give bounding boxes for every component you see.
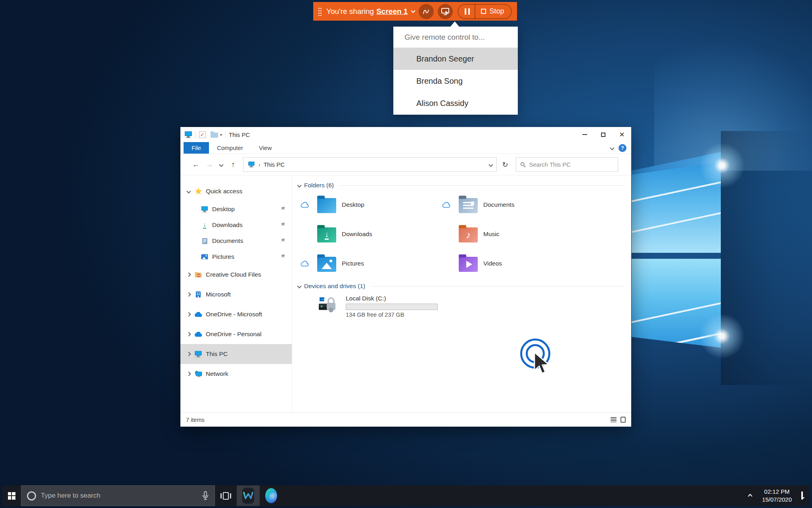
sidebar-item-microsoft[interactable]: Microsoft [180, 285, 292, 304]
address-dropdown-chevron[interactable] [488, 162, 493, 167]
folder-tile-downloads[interactable]: ↓ Downloads [298, 219, 439, 249]
folder-tile-videos[interactable]: Videos [439, 249, 581, 278]
sharing-target-link[interactable]: Screen 1 [376, 7, 408, 16]
item-count: 7 items [186, 417, 205, 423]
collapse-section-chevron[interactable] [297, 284, 301, 288]
clock-date: 15/07/2020 [762, 496, 792, 504]
screen: You're sharing Screen 1 Stop Give r [0, 0, 812, 508]
taskbar-search-input[interactable] [41, 492, 197, 500]
onedrive-status-icon [301, 202, 309, 208]
folder-tile-pictures[interactable]: Pictures [298, 249, 439, 278]
menu-pointer-triangle [450, 21, 459, 27]
sidebar-item-this-pc[interactable]: This PC [180, 344, 292, 364]
menu-item-participant[interactable]: Brenda Song [393, 70, 518, 92]
back-button[interactable]: ← [189, 160, 203, 169]
pin-icon [280, 253, 285, 260]
sidebar-item-onedrive-microsoft[interactable]: OneDrive - Microsoft [180, 304, 292, 324]
pause-sharing-button[interactable] [460, 5, 475, 18]
chevron-right-icon[interactable] [184, 273, 193, 276]
chevron-right-icon[interactable] [184, 293, 193, 296]
sidebar-item-downloads[interactable]: ↓ Downloads [180, 217, 292, 233]
sidebar-item-quick-access[interactable]: Quick access [180, 181, 292, 201]
start-button[interactable] [2, 485, 21, 506]
up-button[interactable]: ↑ [226, 160, 240, 169]
chevron-right-icon[interactable] [184, 372, 193, 375]
breadcrumb[interactable]: This PC [264, 161, 285, 168]
section-title: Devices and drives (1) [304, 283, 365, 290]
chevron-down-icon[interactable] [411, 8, 416, 13]
window-controls: ✕ [575, 127, 631, 142]
folders-section-header[interactable]: Folders (6) [298, 181, 624, 190]
collapse-section-chevron[interactable] [297, 183, 301, 187]
titlebar-separator [225, 131, 226, 138]
windows-logo-icon [8, 492, 15, 500]
sidebar-item-network[interactable]: Network [180, 364, 292, 384]
annotate-button[interactable] [419, 4, 434, 19]
sidebar-item-documents[interactable]: Documents [180, 233, 292, 249]
tab-file[interactable]: File [184, 142, 209, 154]
recent-locations-chevron[interactable] [216, 162, 226, 167]
sidebar-item-pictures[interactable]: Pictures [180, 249, 292, 265]
folder-tile-music[interactable]: ♪ Music [439, 219, 581, 249]
microphone-icon[interactable] [202, 491, 209, 500]
task-view-button[interactable] [215, 485, 237, 506]
new-folder-quick-icon[interactable] [211, 133, 218, 138]
documents-icon [199, 238, 210, 244]
cortana-icon [27, 491, 36, 500]
sidebar-item-label: This PC [206, 350, 228, 358]
folder-icon: ↓ [317, 227, 336, 242]
properties-quick-icon[interactable]: ✓ [199, 131, 206, 138]
collapse-ribbon-chevron[interactable] [610, 146, 614, 150]
taskbar-clock[interactable]: 02:12 PM 15/07/2020 [758, 488, 796, 504]
onedrive-icon [193, 312, 203, 317]
menu-item-participant[interactable]: Alison Cassidy [393, 92, 518, 114]
folder-icon [317, 257, 336, 272]
refresh-button[interactable]: ↻ [497, 160, 513, 169]
folder-tile-desktop[interactable]: Desktop [298, 190, 439, 219]
chevron-right-icon[interactable] [184, 333, 193, 336]
remote-control-button[interactable] [438, 4, 453, 19]
sidebar-item-onedrive-personal[interactable]: OneDrive - Personal [180, 324, 292, 344]
pin-icon [280, 221, 285, 229]
sidebar-item-label: Downloads [212, 221, 243, 229]
desktop-icon [199, 206, 210, 213]
tab-view[interactable]: View [251, 142, 280, 154]
search-input[interactable] [529, 161, 614, 168]
maximize-button[interactable] [594, 127, 613, 142]
large-icons-view-button[interactable] [620, 417, 626, 423]
folder-name: Music [483, 231, 499, 238]
pictures-icon [199, 254, 210, 260]
address-bar[interactable]: › This PC [243, 157, 497, 172]
show-hidden-icons-chevron[interactable] [742, 492, 758, 499]
sidebar-item-label: Network [206, 370, 228, 377]
help-icon[interactable]: ? [619, 144, 626, 152]
screen-sharing-bar: You're sharing Screen 1 Stop [313, 2, 517, 21]
taskbar-app-edge[interactable] [260, 485, 283, 506]
devices-section-header[interactable]: Devices and drives (1) [298, 281, 624, 291]
minimize-button[interactable] [575, 127, 594, 142]
action-center-button[interactable] [796, 492, 810, 499]
close-button[interactable]: ✕ [613, 127, 631, 142]
chevron-right-icon[interactable] [184, 313, 193, 316]
customize-toolbar-caret[interactable]: ▾ [220, 133, 222, 137]
folder-tile-documents[interactable]: Documents [439, 190, 581, 219]
pin-icon [280, 206, 285, 213]
taskbar-app-webex[interactable] [237, 485, 260, 506]
stop-sharing-button[interactable]: Stop [475, 5, 509, 18]
menu-item-participant[interactable]: Brandon Seeger [393, 48, 518, 70]
sidebar-item-desktop[interactable]: Desktop [180, 201, 292, 217]
forward-button[interactable]: → [203, 160, 216, 169]
details-view-button[interactable] [611, 417, 617, 422]
sidebar-item-label: Pictures [212, 253, 234, 260]
onedrive-status-icon [301, 261, 309, 267]
wallpaper-glow-bottom [696, 310, 748, 362]
onedrive-status-icon [442, 202, 451, 208]
sidebar-item-creative-cloud[interactable]: co Creative Cloud Files [180, 265, 292, 285]
drag-grip-icon[interactable] [318, 7, 322, 16]
annotate-pen-icon [422, 8, 430, 15]
chevron-right-icon[interactable] [184, 352, 193, 356]
chevron-down-icon[interactable] [184, 190, 193, 193]
tab-computer[interactable]: Computer [209, 142, 251, 154]
drive-usage-bar [346, 304, 438, 310]
drive-tile-local-disk[interactable]: Local Disk (C:) 134 GB free of 237 GB [298, 295, 624, 318]
